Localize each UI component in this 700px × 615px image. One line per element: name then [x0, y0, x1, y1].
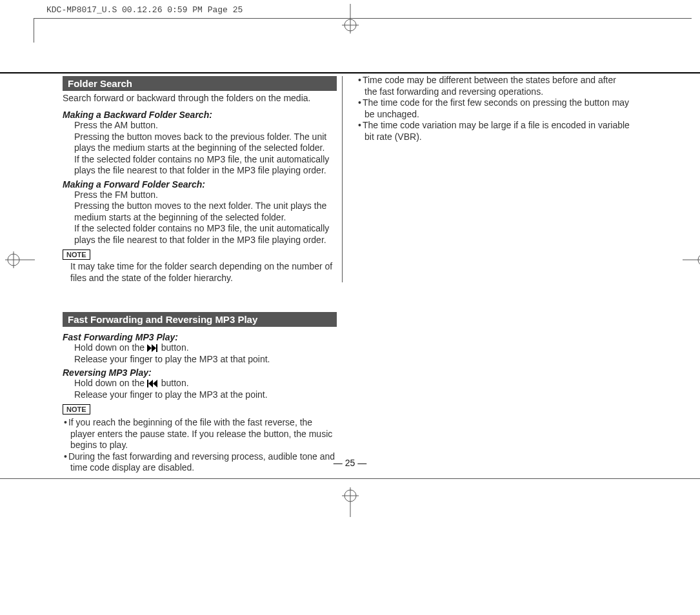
- svg-rect-15: [147, 380, 148, 387]
- svg-marker-17: [153, 380, 157, 387]
- corner-crop: [34, 18, 34, 43]
- section-intro: Search forward or backward through the f…: [63, 91, 337, 107]
- column-separator: [342, 76, 343, 282]
- note-text: It may take time for the folder search d…: [63, 261, 337, 284]
- body-text: Hold down on the button.: [63, 378, 337, 389]
- registration-mark-bottom-icon: [342, 487, 359, 517]
- section-folder-search: Folder Search Search forward or backward…: [63, 76, 337, 284]
- svg-marker-13: [152, 344, 156, 352]
- section-heading: Fast Forwarding and Reversing MP3 Play: [63, 312, 337, 327]
- svg-marker-16: [148, 380, 153, 387]
- body-text: Release your finger to play the MP3 at t…: [63, 389, 337, 401]
- section-fast-forward-reverse: Fast Forwarding and Reversing MP3 Play F…: [63, 312, 337, 474]
- bullet-item: Time code may be different between the s…: [357, 75, 631, 97]
- body-text: Pressing the button moves back to the pr…: [63, 132, 337, 154]
- top-rule: [34, 18, 692, 19]
- registration-mark-top-icon: [342, 4, 359, 34]
- prev-track-icon: [147, 380, 159, 387]
- body-text: If the selected folder contains no MP3 f…: [63, 154, 337, 177]
- subheading-forward: Making a Forward Folder Search:: [63, 177, 337, 190]
- note-label: NOTE: [63, 249, 90, 260]
- text-fragment: button.: [159, 342, 189, 353]
- body-text: Press the FM button.: [63, 190, 337, 201]
- svg-rect-14: [156, 344, 157, 352]
- subheading-backward: Making a Backward Folder Search:: [63, 107, 337, 120]
- section-heading: Folder Search: [63, 76, 337, 91]
- subheading-rev: Reversing MP3 Play:: [63, 365, 337, 378]
- page-number: — 25 —: [0, 458, 700, 468]
- text-fragment: Hold down on the: [74, 342, 147, 353]
- bullet-list: Time code may be different between the s…: [357, 75, 631, 142]
- right-column-notes: Time code may be different between the s…: [357, 73, 631, 142]
- svg-marker-12: [147, 344, 152, 352]
- page-bottom-rule: [0, 478, 700, 479]
- body-text: If the selected folder contains no MP3 f…: [63, 223, 337, 246]
- text-fragment: button.: [159, 378, 189, 388]
- registration-mark-right-icon: [683, 251, 700, 268]
- text-fragment: Hold down on the: [74, 378, 147, 388]
- bullet-item: The time code variation may be large if …: [357, 120, 631, 142]
- body-text: Press the AM button.: [63, 120, 337, 132]
- bullet-item: If you reach the beginning of the file w…: [63, 417, 337, 451]
- subheading-ffwd: Fast Forwarding MP3 Play:: [63, 327, 337, 342]
- body-text: Hold down on the button.: [63, 342, 337, 354]
- registration-mark-left-icon: [5, 251, 35, 268]
- body-text: Pressing the button moves to the next fo…: [63, 200, 337, 223]
- next-track-icon: [147, 344, 159, 352]
- bullet-item: The time code for the first few seconds …: [357, 97, 631, 120]
- note-label: NOTE: [63, 404, 90, 415]
- body-text: Release your finger to play the MP3 at t…: [63, 354, 337, 366]
